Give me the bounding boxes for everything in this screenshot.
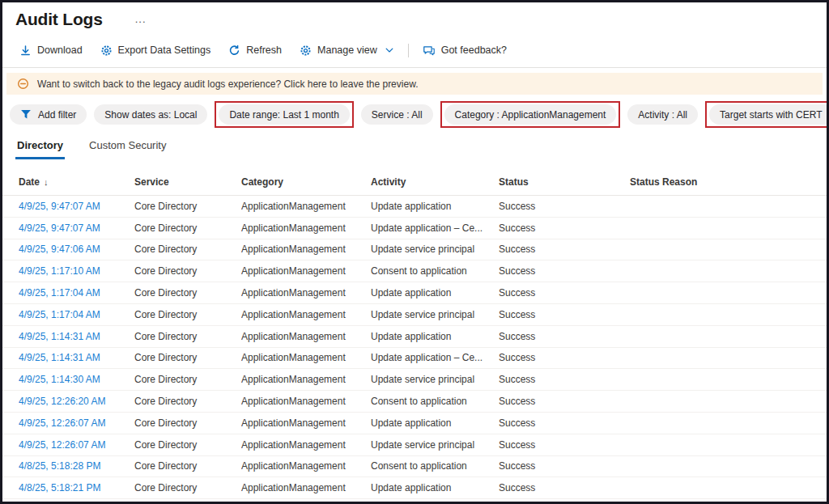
table-row[interactable]: 4/9/25, 1:14:31 AM Core Directory Applic… [2, 326, 827, 348]
table-row[interactable]: 4/9/25, 1:17:04 AM Core Directory Applic… [2, 282, 827, 304]
audit-date-link[interactable]: 4/9/25, 9:47:06 AM [19, 244, 134, 255]
column-label: Date [19, 176, 40, 188]
audit-activity: Update application [371, 287, 499, 299]
download-icon [19, 44, 32, 57]
gear-icon [300, 44, 312, 57]
audit-activity: Update service principal [371, 244, 499, 255]
audit-date-link[interactable]: 4/9/25, 1:17:10 AM [19, 265, 134, 277]
audit-status: Success [499, 374, 630, 385]
audit-service: Core Directory [134, 352, 241, 363]
chevron-down-icon [385, 45, 394, 55]
audit-service: Core Directory [134, 331, 241, 342]
table-row[interactable]: 4/9/25, 9:47:07 AM Core Directory Applic… [2, 196, 827, 218]
download-label: Download [37, 44, 83, 56]
audit-date-link[interactable]: 4/9/25, 1:14:31 AM [19, 331, 134, 342]
column-header-date[interactable]: Date ↓ [19, 176, 134, 188]
table-row[interactable]: 4/9/25, 9:47:07 AM Core Directory Applic… [2, 218, 827, 239]
audit-activity: Update service principal [371, 374, 499, 385]
filter-pill-target[interactable]: Target starts with CERT ✕ [709, 104, 829, 125]
column-header-category[interactable]: Category [241, 176, 371, 188]
refresh-button[interactable]: Refresh [219, 40, 291, 61]
audit-activity: Update application [371, 482, 499, 493]
audit-category: ApplicationManagement [241, 439, 371, 451]
audit-service: Core Directory [134, 482, 241, 493]
audit-service: Core Directory [134, 460, 241, 472]
filter-pill-service[interactable]: Service : All [361, 104, 433, 125]
audit-activity: Consent to application [371, 396, 499, 407]
filter-bar: Add filter Show dates as: Local Date ran… [10, 101, 827, 128]
audit-category: ApplicationManagement [241, 417, 371, 429]
table-header: Date ↓ Service Category Activity Status … [2, 176, 827, 196]
filter-pill-activity[interactable]: Activity : All [627, 104, 698, 125]
legacy-preview-banner[interactable]: Want to switch back to the legacy audit … [6, 73, 823, 95]
audit-date-link[interactable]: 4/9/25, 1:14:31 AM [19, 352, 134, 363]
pivot-tabs: Directory Custom Security [15, 136, 827, 159]
filter-pill-category[interactable]: Category : ApplicationManagement [444, 104, 617, 125]
audit-service: Core Directory [134, 265, 241, 277]
table-row[interactable]: 4/8/25, 5:18:21 PM Core Directory Applic… [2, 477, 827, 499]
audit-date-link[interactable]: 4/9/25, 1:17:04 AM [19, 309, 134, 320]
audit-date-link[interactable]: 4/9/25, 12:26:07 AM [19, 417, 134, 429]
column-header-status[interactable]: Status [499, 176, 630, 188]
annotation-box-category: Category : ApplicationManagement [440, 101, 621, 128]
audit-category: ApplicationManagement [241, 482, 371, 493]
tab-directory[interactable]: Directory [15, 136, 65, 159]
table-row[interactable]: 4/9/25, 9:47:06 AM Core Directory Applic… [2, 239, 827, 261]
export-data-settings-button[interactable]: Export Data Settings [91, 40, 220, 61]
audit-status: Success [499, 201, 630, 212]
table-row[interactable]: 4/9/25, 12:26:20 AM Core Directory Appli… [2, 391, 827, 413]
audit-date-link[interactable]: 4/8/25, 5:18:28 PM [19, 460, 134, 472]
table-row[interactable]: 4/9/25, 1:17:04 AM Core Directory Applic… [2, 304, 827, 326]
export-data-settings-label: Export Data Settings [118, 44, 211, 56]
table-row[interactable]: 4/9/25, 12:26:07 AM Core Directory Appli… [2, 434, 827, 456]
toolbar-divider [408, 44, 409, 57]
filter-pill-label: Category : ApplicationManagement [455, 109, 606, 121]
audit-date-link[interactable]: 4/9/25, 1:14:30 AM [19, 374, 134, 385]
column-header-activity[interactable]: Activity [371, 176, 499, 188]
got-feedback-button[interactable]: Got feedback? [414, 40, 516, 61]
table-row[interactable]: 4/9/25, 1:17:10 AM Core Directory Applic… [2, 260, 827, 282]
audit-status: Success [499, 482, 630, 493]
audit-activity: Update application – Ce... [371, 222, 499, 234]
column-header-status-reason[interactable]: Status Reason [630, 176, 822, 188]
filter-pill-label: Service : All [372, 109, 423, 121]
audit-activity: Update application [371, 201, 499, 212]
audit-category: ApplicationManagement [241, 201, 371, 212]
table-row[interactable]: 4/9/25, 1:14:30 AM Core Directory Applic… [2, 369, 827, 391]
audit-activity: Update service principal [371, 309, 499, 320]
column-header-service[interactable]: Service [134, 176, 241, 188]
table-row[interactable]: 4/8/25, 5:18:28 PM Core Directory Applic… [2, 456, 827, 478]
add-filter-button[interactable]: Add filter [10, 104, 87, 125]
add-filter-label: Add filter [38, 109, 76, 121]
got-feedback-label: Got feedback? [441, 44, 507, 56]
download-button[interactable]: Download [11, 40, 91, 61]
audit-date-link[interactable]: 4/8/25, 5:18:21 PM [19, 482, 134, 493]
gear-icon [100, 44, 113, 57]
refresh-icon [228, 44, 240, 57]
filter-pill-label: Date range: Last 1 month [229, 109, 338, 121]
table-row[interactable]: 4/9/25, 1:14:31 AM Core Directory Applic… [2, 348, 827, 370]
filter-funnel-icon [20, 109, 32, 120]
audit-status: Success [499, 331, 630, 342]
audit-status: Success [499, 244, 630, 255]
table-row[interactable]: 4/9/25, 12:26:07 AM Core Directory Appli… [2, 413, 827, 434]
audit-service: Core Directory [134, 309, 241, 320]
audit-category: ApplicationManagement [241, 352, 371, 363]
audit-date-link[interactable]: 4/9/25, 12:26:07 AM [19, 439, 134, 451]
filter-pill-date-range[interactable]: Date range: Last 1 month [219, 104, 349, 125]
audit-service: Core Directory [134, 396, 241, 407]
more-options-button[interactable]: ... [132, 15, 150, 23]
manage-view-button[interactable]: Manage view [291, 40, 403, 61]
filter-pill-show-dates[interactable]: Show dates as: Local [94, 104, 207, 125]
audit-date-link[interactable]: 4/9/25, 12:26:20 AM [19, 396, 134, 407]
audit-date-link[interactable]: 4/9/25, 9:47:07 AM [19, 222, 134, 234]
audit-activity: Update application [371, 331, 499, 342]
tab-custom-security[interactable]: Custom Security [87, 136, 168, 159]
audit-date-link[interactable]: 4/9/25, 1:17:04 AM [19, 287, 134, 299]
refresh-label: Refresh [246, 44, 282, 56]
command-bar: Download Export Data Settings Refresh Ma… [2, 38, 827, 62]
filter-pill-label: Target starts with CERT [720, 109, 822, 121]
audit-category: ApplicationManagement [241, 374, 371, 385]
audit-date-link[interactable]: 4/9/25, 9:47:07 AM [19, 201, 134, 212]
table-body: 4/9/25, 9:47:07 AM Core Directory Applic… [2, 196, 827, 499]
